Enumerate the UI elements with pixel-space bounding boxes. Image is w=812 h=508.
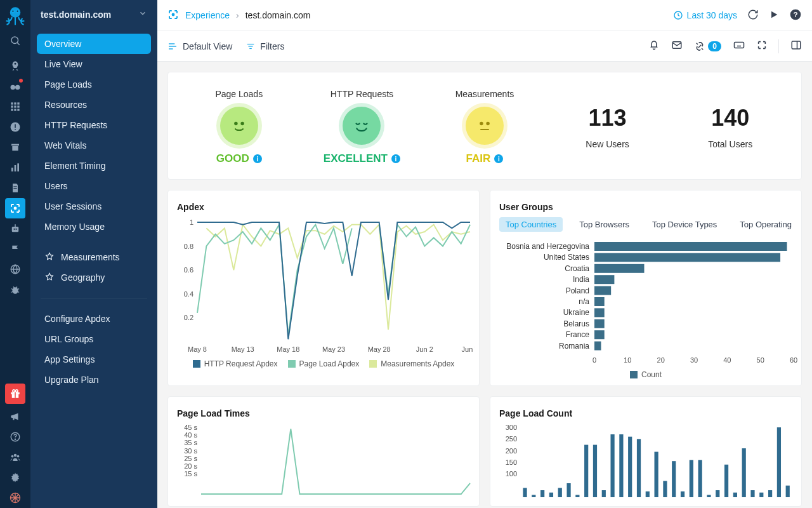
- sidebar-item[interactable]: Live View: [37, 54, 151, 74]
- page-load-times-chart[interactable]: 15 s20 s25 s30 s35 s40 s45 s: [177, 424, 475, 500]
- svg-text:?: ?: [793, 10, 797, 18]
- chevron-down-icon: [138, 9, 147, 20]
- default-view-button[interactable]: Default View: [167, 41, 232, 51]
- refresh-icon[interactable]: [747, 9, 759, 22]
- sidebar-item[interactable]: Upgrade Plan: [37, 370, 151, 390]
- nav-network-icon[interactable]: [0, 488, 30, 508]
- svg-rect-7: [11, 102, 13, 104]
- nav-settings-icon[interactable]: [0, 467, 30, 488]
- nav-binoculars-icon[interactable]: [0, 76, 30, 97]
- time-range-selector[interactable]: Last 30 days: [673, 10, 737, 20]
- sidebar-item[interactable]: Overview: [37, 34, 151, 54]
- nav-gift-icon[interactable]: [5, 384, 25, 404]
- sidebar-item[interactable]: HTTP Requests: [37, 115, 151, 135]
- sidebar-item[interactable]: Web Vitals: [37, 135, 151, 156]
- nav-flag-icon[interactable]: [0, 239, 30, 259]
- svg-text:0.4: 0.4: [184, 290, 193, 298]
- svg-text:10: 10: [624, 356, 631, 364]
- svg-text:30 s: 30 s: [184, 447, 197, 455]
- svg-text:15 s: 15 s: [184, 470, 197, 478]
- svg-text:25 s: 25 s: [184, 455, 197, 462]
- info-icon[interactable]: i: [253, 154, 262, 163]
- nav-bars-icon[interactable]: [0, 157, 30, 178]
- sidebar-item[interactable]: Element Timing: [37, 156, 151, 176]
- nav-archive-icon[interactable]: [0, 137, 30, 157]
- user-groups-tab[interactable]: Top Device Types: [646, 217, 723, 232]
- svg-rect-8: [14, 102, 16, 104]
- sidebar-item[interactable]: Users: [37, 176, 151, 196]
- svg-rect-130: [672, 461, 676, 497]
- svg-text:30: 30: [690, 356, 698, 364]
- panel-toggle-icon[interactable]: [790, 39, 802, 53]
- svg-point-39: [15, 439, 15, 439]
- user-groups-tab[interactable]: Top Countries: [499, 217, 563, 232]
- svg-rect-20: [12, 146, 18, 150]
- sidebar-item[interactable]: Memory Usage: [37, 217, 151, 237]
- link-badge[interactable]: 0: [694, 41, 721, 52]
- nav-team-icon[interactable]: [0, 447, 30, 467]
- nav-grid-icon[interactable]: [0, 97, 30, 117]
- svg-point-36: [13, 390, 15, 392]
- filters-button[interactable]: Filters: [246, 41, 284, 51]
- breadcrumb: Experience › test.domain.com: [167, 9, 310, 22]
- sidebar-item[interactable]: Geography: [37, 267, 151, 288]
- svg-rect-140: [759, 493, 763, 497]
- face-fair-icon: [466, 107, 504, 145]
- help-icon[interactable]: ?: [789, 8, 802, 23]
- nav-doc-icon[interactable]: [0, 178, 30, 198]
- sidebar-item[interactable]: Page Loads: [37, 74, 151, 95]
- sidebar-item[interactable]: Measurements: [37, 247, 151, 267]
- breadcrumb-root[interactable]: Experience: [185, 10, 230, 20]
- sidebar-item[interactable]: Resources: [37, 95, 151, 115]
- svg-rect-9: [17, 102, 19, 104]
- nav-experience-icon[interactable]: [5, 198, 25, 218]
- unlink-icon: [694, 41, 705, 52]
- icon-rail: [0, 0, 30, 508]
- nav-megaphone-icon[interactable]: [0, 406, 30, 427]
- user-groups-chart[interactable]: Bosnia and HerzegovinaUnited StatesCroat…: [499, 239, 797, 366]
- sidebar-item[interactable]: Configure Apdex: [37, 309, 151, 329]
- svg-rect-142: [777, 427, 781, 497]
- nav-help-icon[interactable]: [0, 427, 30, 447]
- user-groups-tab[interactable]: Top Operating Systems: [733, 217, 792, 232]
- sidebar-divider: [41, 298, 147, 298]
- svg-rect-30: [15, 224, 16, 227]
- svg-rect-138: [742, 448, 746, 497]
- nav-globe-icon[interactable]: [0, 259, 30, 279]
- nav-alert-icon[interactable]: [0, 117, 30, 137]
- svg-rect-131: [681, 491, 684, 497]
- info-icon[interactable]: i: [391, 154, 400, 163]
- apdex-card: Apdex 0.20.40.60.81May 8May 13May 18May …: [167, 190, 480, 386]
- svg-point-28: [13, 229, 15, 230]
- apdex-chart[interactable]: 0.20.40.60.81May 8May 13May 18May 23May …: [177, 217, 475, 356]
- svg-rect-128: [655, 452, 658, 498]
- summary-http-requests: HTTP Requests EXCELLENTi: [304, 89, 421, 165]
- page-load-count-card: Page Load Count 100150200250300: [490, 396, 802, 507]
- svg-rect-27: [12, 227, 19, 232]
- sidebar-app-selector[interactable]: test.domain.com: [30, 0, 157, 29]
- page-load-count-chart[interactable]: 100150200250300: [499, 424, 797, 500]
- play-icon[interactable]: [769, 10, 779, 22]
- svg-rect-122: [602, 490, 606, 497]
- info-icon[interactable]: i: [494, 154, 503, 163]
- bell-icon[interactable]: [648, 39, 660, 53]
- mail-icon[interactable]: [671, 39, 683, 53]
- nav-bug-icon[interactable]: [0, 279, 30, 300]
- svg-rect-87: [594, 308, 605, 317]
- svg-point-45: [173, 13, 174, 15]
- svg-rect-14: [14, 109, 16, 110]
- nav-robot-icon[interactable]: [0, 218, 30, 239]
- nav-rocket-icon[interactable]: [0, 56, 30, 76]
- summary-new-users: 113 New Users: [549, 105, 666, 149]
- sidebar-item[interactable]: App Settings: [37, 349, 151, 370]
- svg-text:n/a: n/a: [579, 297, 589, 306]
- svg-rect-18: [15, 129, 16, 130]
- nav-search-icon[interactable]: [0, 30, 30, 51]
- sidebar-item[interactable]: User Sessions: [37, 196, 151, 217]
- svg-text:0.2: 0.2: [184, 314, 193, 321]
- user-groups-tab[interactable]: Top Browsers: [573, 217, 636, 232]
- keyboard-icon[interactable]: [733, 39, 745, 53]
- sidebar-item[interactable]: URL Groups: [37, 329, 151, 349]
- svg-text:May 23: May 23: [322, 345, 345, 353]
- fullscreen-icon[interactable]: [757, 40, 767, 52]
